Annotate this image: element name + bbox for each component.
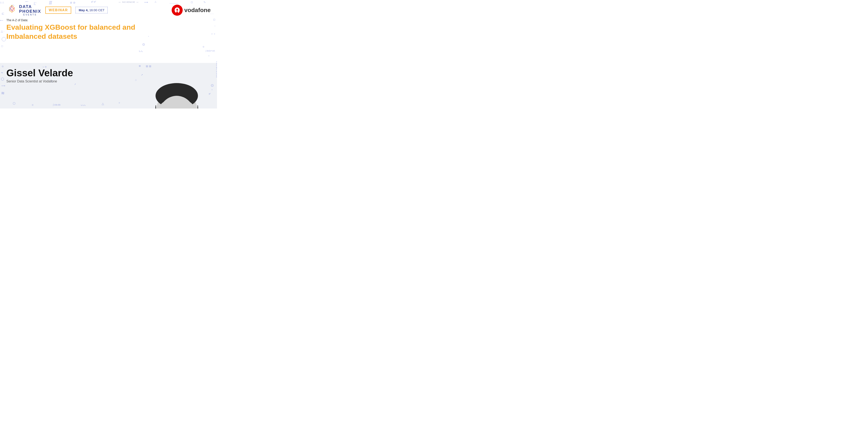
- date-time: 16:00 CET: [89, 8, 105, 12]
- speaker-role: Senior Data Scientist at Vodafone: [6, 80, 211, 83]
- knowledge-text: KNOWLEDGE: [216, 61, 217, 78]
- date-bold: May 4,: [79, 8, 88, 12]
- bottom-section: ⊙ ↬ ⬡ ⟿ ≋ ⬦ ⊕ ⬡ ↗ ⬡ ⌗ ∫ x/a dx ∿∿∿ △ ⌗ ⊞…: [0, 63, 217, 108]
- logo-data: DATA: [19, 4, 41, 9]
- subtitle: The A-Z of Data:: [6, 19, 211, 22]
- logo-phoenix: PHOENIX: [19, 9, 41, 13]
- speaker-name: Gissel Velarde: [6, 67, 211, 79]
- date-info: May 4, 16:00 CET: [75, 7, 107, 13]
- top-section: △ △ ▷ ⟵ ∫ax ∭ ⊘ ⊘ a² a² — SCIENCE — ⟿ △ …: [0, 0, 217, 63]
- vodafone-name: vodafone: [184, 7, 211, 13]
- title-area: The A-Z of Data: Evaluating XGBoost for …: [6, 19, 211, 41]
- vodafone-circle-icon: [172, 5, 183, 16]
- logo-icon: [6, 5, 18, 16]
- header-row: DATA PHOENIX EVENTS WEBINAR May 4, 16:00…: [6, 4, 211, 16]
- main-title: Evaluating XGBoost for balanced and Imba…: [6, 23, 151, 41]
- vodafone-checkmark-icon: [174, 6, 181, 14]
- webinar-badge: WEBINAR: [45, 6, 71, 14]
- logo-container: DATA PHOENIX EVENTS: [6, 4, 41, 16]
- vodafone-logo: vodafone: [172, 5, 211, 16]
- webinar-label: WEBINAR: [49, 8, 68, 12]
- logo-text: DATA PHOENIX EVENTS: [19, 4, 41, 16]
- speaker-info: Gissel Velarde Senior Data Scientist at …: [6, 67, 211, 83]
- logo-events: EVENTS: [19, 13, 41, 16]
- main-container: △ △ ▷ ⟵ ∫ax ∭ ⊘ ⊘ a² a² — SCIENCE — ⟿ △ …: [0, 0, 217, 108]
